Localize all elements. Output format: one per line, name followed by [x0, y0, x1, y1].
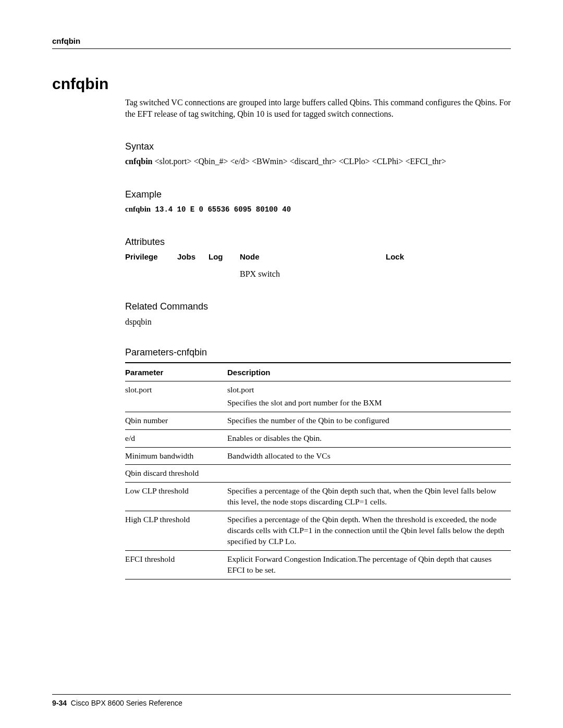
- parameters-table: Parameter Description slot.portslot.port…: [125, 364, 511, 579]
- attr-value-lock: [386, 268, 448, 280]
- syntax-command: cnfqbin: [125, 157, 152, 166]
- intro-paragraph: Tag switched VC connections are grouped …: [125, 97, 511, 119]
- command-title: cnfqbin: [52, 75, 511, 93]
- param-name: High CLP threshold: [125, 511, 227, 551]
- book-title: Cisco BPX 8600 Series Reference: [71, 699, 182, 707]
- syntax-args: <slot.port> <Qbin_#> <e/d> <BWmin> <disc…: [152, 157, 446, 166]
- param-col-header-parameter: Parameter: [125, 364, 227, 381]
- example-line: cnfqbin 13.4 10 E 0 65536 6095 80100 40: [125, 204, 511, 215]
- attr-header-node: Node: [240, 252, 386, 262]
- attr-value-node: BPX switch: [240, 268, 386, 280]
- attr-value-jobs: [177, 268, 209, 280]
- table-row: Qbin discard threshold: [125, 465, 511, 483]
- attr-value-privilege: [125, 268, 177, 280]
- running-head: cnfqbin: [52, 36, 511, 45]
- table-row: High CLP thresholdSpecifies a percentage…: [125, 511, 511, 551]
- attr-value-log: [209, 268, 240, 280]
- param-description: Explicit Forward Congestion Indication.T…: [227, 550, 511, 579]
- table-row: Low CLP thresholdSpecifies a percentage …: [125, 483, 511, 511]
- param-name: Low CLP threshold: [125, 483, 227, 511]
- related-commands: dspqbin: [125, 316, 511, 328]
- table-row: Minimum bandwidthBandwidth allocated to …: [125, 447, 511, 465]
- attributes-heading: Attributes: [125, 236, 511, 248]
- attr-header-log: Log: [209, 252, 240, 262]
- attr-header-lock: Lock: [386, 252, 448, 262]
- syntax-line: cnfqbin <slot.port> <Qbin_#> <e/d> <BWmi…: [125, 156, 511, 167]
- syntax-heading: Syntax: [125, 140, 511, 153]
- table-row: e/dEnables or disables the Qbin.: [125, 429, 511, 447]
- param-description: Specifies a percentage of the Qbin depth…: [227, 511, 511, 551]
- param-description: Specifies the number of the Qbin to be c…: [227, 412, 511, 429]
- example-heading: Example: [125, 188, 511, 201]
- param-col-header-description: Description: [227, 364, 511, 381]
- page-number: 9-34: [52, 699, 67, 707]
- param-description: slot.portSpecifies the slot and port num…: [227, 381, 511, 412]
- param-name: slot.port: [125, 381, 227, 412]
- param-description: Specifies a percentage of the Qbin depth…: [227, 483, 511, 511]
- example-args: 13.4 10 E 0 65536 6095 80100 40: [151, 205, 291, 214]
- page-footer: 9-34 Cisco BPX 8600 Series Reference: [52, 694, 511, 707]
- attributes-value-row: BPX switch: [125, 268, 511, 280]
- attr-header-privilege: Privilege: [125, 252, 177, 262]
- attributes-header-row: Privilege Jobs Log Node Lock: [125, 252, 511, 262]
- param-name: Qbin number: [125, 412, 227, 429]
- param-description: Enables or disables the Qbin.: [227, 429, 511, 447]
- param-name: Minimum bandwidth: [125, 447, 227, 465]
- param-description: Bandwidth allocated to the VCs: [227, 447, 511, 465]
- param-name: EFCI threshold: [125, 550, 227, 579]
- param-description: [227, 465, 511, 483]
- param-name: Qbin discard threshold: [125, 465, 227, 483]
- table-row: Qbin numberSpecifies the number of the Q…: [125, 412, 511, 429]
- example-command: cnfqbin: [125, 205, 151, 213]
- top-rule: [52, 48, 511, 49]
- parameters-heading: Parameters-cnfqbin: [125, 346, 511, 359]
- table-row: EFCI thresholdExplicit Forward Congestio…: [125, 550, 511, 579]
- table-row: slot.portslot.portSpecifies the slot and…: [125, 381, 511, 412]
- attr-header-jobs: Jobs: [177, 252, 209, 262]
- param-name: e/d: [125, 429, 227, 447]
- related-heading: Related Commands: [125, 300, 511, 313]
